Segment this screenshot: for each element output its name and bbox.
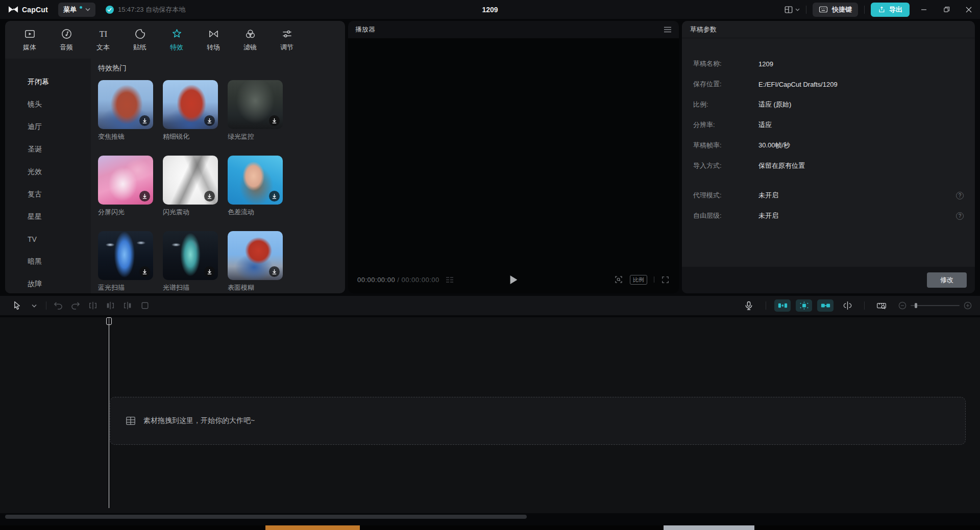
download-icon[interactable] [139,115,150,126]
effect-card[interactable]: 闪光震动 [163,156,218,217]
download-icon[interactable] [204,191,215,201]
menu-label: 菜单 [63,5,77,14]
cursor-tool-dropdown[interactable] [26,298,43,313]
category-dark[interactable]: 暗黑 [5,250,91,273]
field-label: 代理模式: [693,191,758,200]
tab-effects[interactable]: 特效 [158,28,195,52]
draft-field-framerate: 草稿帧率: 30.00帧/秒 [682,135,975,156]
effect-thumbnail[interactable] [163,231,218,280]
effect-card[interactable]: 色差流动 [228,156,283,217]
tab-text[interactable]: TI 文本 [85,28,121,52]
effect-thumbnail[interactable] [98,156,153,205]
timeline-area[interactable]: 素材拖拽到这里，开始你的大作吧~ [0,317,980,513]
select-cursor-tool[interactable] [8,298,26,313]
tab-sticker[interactable]: 贴纸 [121,28,158,52]
effect-thumbnail[interactable] [163,80,218,129]
download-icon[interactable] [269,191,280,201]
category-stars[interactable]: 星星 [5,206,91,228]
category-opening-closing[interactable]: 开闭幕 [5,71,91,93]
effect-card[interactable]: 分屏闪光 [98,156,153,217]
category-retro[interactable]: 复古 [5,183,91,206]
chevron-down-icon [795,8,800,11]
category-christmas[interactable]: 圣诞 [5,138,91,161]
effect-card[interactable]: 蓝光扫描 [98,231,153,292]
tab-audio[interactable]: 音频 [48,28,85,52]
download-icon[interactable] [139,266,150,277]
category-glitch[interactable]: 故障 [5,273,91,293]
layout-switch-button[interactable] [784,5,800,14]
shortcuts-button[interactable]: 快捷键 [813,3,858,17]
download-icon[interactable] [269,115,280,126]
effect-card[interactable]: 表面模糊 [228,231,283,292]
delete-clip-button[interactable] [136,298,154,313]
redo-button[interactable] [67,298,84,313]
divider [766,301,766,310]
menu-button[interactable]: 菜单 [58,3,95,17]
split-left-button[interactable] [102,298,119,313]
category-tv[interactable]: TV [5,228,91,250]
effect-thumbnail[interactable] [228,231,283,280]
effect-thumbnail[interactable] [228,80,283,129]
category-camera[interactable]: 镜头 [5,93,91,116]
linkage-toggle[interactable] [817,299,834,312]
split-clip-button[interactable] [84,298,102,313]
player-menu-icon[interactable] [664,27,672,33]
effect-thumbnail[interactable] [98,80,153,129]
media-dropzone[interactable]: 素材拖拽到这里，开始你的大作吧~ [110,397,966,445]
snapshot-icon[interactable] [614,275,623,284]
effect-card[interactable]: 绿光监控 [228,80,283,141]
hscrollbar-thumb[interactable] [5,515,527,519]
download-icon[interactable] [204,115,215,126]
ratio-button[interactable]: 比例 [630,275,647,285]
draft-field-free-layer: 自由层级: 未开启 [682,206,975,226]
export-button[interactable]: 导出 [871,3,910,17]
category-disco[interactable]: 迪厅 [5,116,91,138]
fullscreen-icon[interactable] [661,275,670,284]
film-icon [126,416,136,425]
effect-card[interactable]: 精细锐化 [163,80,218,141]
main-track-magnet-toggle[interactable] [774,299,791,312]
modify-button[interactable]: 修改 [927,272,967,288]
record-voiceover-mic-icon[interactable] [740,298,757,313]
play-button[interactable] [510,275,518,284]
field-value: 30.00帧/秒 [758,141,790,150]
download-icon[interactable] [204,266,215,277]
tab-adjust[interactable]: 调节 [268,28,305,52]
tab-media[interactable]: 媒体 [11,28,48,52]
effect-label: 光谱扫描 [163,283,218,292]
preview-axis-toggle[interactable] [839,298,856,313]
tab-label: 调节 [280,43,293,52]
playhead-grip[interactable] [106,317,112,325]
playhead-line [109,317,109,508]
category-light[interactable]: 光效 [5,161,91,183]
field-label: 自由层级: [693,211,758,220]
tab-filters[interactable]: 滤镜 [232,28,268,52]
fit-timeline-icon[interactable] [873,298,890,313]
effect-thumbnail[interactable] [98,231,153,280]
adjust-sliders-icon [281,28,293,40]
effect-thumbnail[interactable] [163,156,218,205]
restore-button[interactable] [938,3,954,17]
download-icon[interactable] [269,266,280,277]
help-icon[interactable] [956,192,964,199]
auto-snap-toggle[interactable] [796,299,812,312]
effect-card[interactable]: 变焦推镜 [98,80,153,141]
effect-thumbnail[interactable] [228,156,283,205]
tab-transitions[interactable]: 转场 [195,28,232,52]
split-right-button[interactable] [119,298,136,313]
undo-button[interactable] [50,298,67,313]
effect-category-list: 开闭幕 镜头 迪厅 圣诞 光效 复古 星星 TV 暗黑 故障 扭曲 [5,59,91,293]
effect-card[interactable]: 光谱扫描 [163,231,218,292]
minimize-button[interactable] [916,3,932,17]
download-icon[interactable] [139,191,150,201]
tab-label: 滤镜 [243,43,257,52]
help-icon[interactable] [956,212,964,220]
tab-label: 文本 [96,43,110,52]
zoom-out-icon[interactable] [898,301,906,310]
zoom-slider-thumb[interactable] [915,303,917,308]
zoom-in-icon[interactable] [964,301,972,310]
close-button[interactable] [961,3,977,17]
field-value: 未开启 [758,211,778,220]
zoom-slider-track[interactable] [911,305,960,306]
divider [654,276,654,283]
